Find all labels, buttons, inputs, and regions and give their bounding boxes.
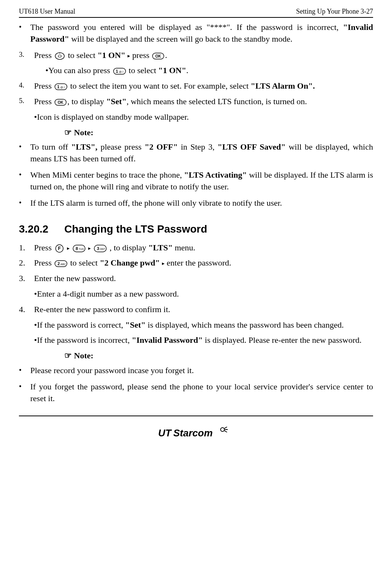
bullet-icon: • [34, 288, 37, 300]
list-item: 3. Enter the new password. [19, 273, 373, 284]
list-item: 1. Press F ▸ 8TUV ▸ 3DEF , to display "L… [19, 242, 373, 254]
text: If the LTS alarm is turned off, the phon… [30, 197, 373, 209]
key-8-icon: 8TUV [73, 245, 86, 252]
text: , to display [109, 243, 148, 252]
bullet-icon: • [34, 319, 37, 331]
list-item: 4. Press 1@.!: to select the item you wa… [19, 80, 373, 92]
step-number: 5. [19, 96, 34, 106]
text: to select [68, 50, 97, 60]
key-3-icon: 3DEF [94, 245, 107, 252]
bullet-icon: • [19, 381, 30, 392]
text: in Step 3, [178, 142, 218, 152]
svg-text:1: 1 [116, 69, 118, 73]
text: enter the password. [167, 258, 231, 267]
text: press [132, 50, 152, 60]
text-bold: "Invalid Password" [132, 335, 203, 345]
text: is displayed. Please re-enter the new pa… [203, 335, 362, 345]
text: Enter the new password. [34, 273, 373, 284]
text: Press [34, 50, 54, 60]
text: is displayed, which means the password h… [146, 320, 344, 330]
bullet-icon: • [19, 169, 30, 180]
text: Press [34, 258, 54, 267]
sub-bullet: • Icon is displayed on standby mode wall… [34, 111, 373, 123]
text: , which means the selected LTS function,… [126, 97, 307, 106]
note-bullets-1: • To turn off "LTS", please press "2 OFF… [19, 141, 373, 209]
triangle-icon: ▸ [88, 245, 91, 251]
svg-line-29 [224, 431, 227, 432]
step-number: 3. [19, 273, 34, 284]
text-bold: "LTS Alarm On". [251, 81, 315, 91]
svg-text:OK: OK [156, 54, 162, 58]
list-item: • The password you entered will be displ… [19, 22, 373, 45]
svg-text:8: 8 [76, 246, 78, 251]
ok-button-icon: OK [152, 53, 164, 59]
triangle-icon: ▸ [67, 245, 70, 251]
ok-button-icon: OK [54, 99, 67, 106]
header-left: UT618 User Manual [19, 8, 75, 16]
text-bold: "2 Change pwd" [100, 258, 160, 267]
svg-text:F: F [58, 246, 61, 251]
text-bold: "1 ON" [158, 66, 186, 75]
section-number: 3.20.2 [19, 222, 64, 236]
key-1-icon: 1@.!: [54, 83, 67, 90]
text: Please record your password incase you f… [30, 365, 373, 377]
svg-text:3: 3 [97, 246, 99, 251]
header-right: Setting Up Your Phone 3-27 [296, 8, 373, 16]
step-number: 4. [19, 80, 34, 91]
footer-rule [19, 416, 373, 416]
text: to select the item you want to set. For … [70, 81, 250, 91]
text-bold: "Set" [106, 97, 127, 106]
list-item: • When MiMi center begins to trace the p… [19, 169, 373, 193]
svg-text:2: 2 [58, 261, 60, 266]
note-label: ☞ Note: [64, 350, 373, 362]
svg-text:UT: UT [158, 427, 172, 439]
header-rule [19, 17, 373, 18]
text-bold: "LTS", [71, 142, 98, 152]
text: Icon is displayed on standby mode wallpa… [37, 111, 373, 123]
svg-text:Starcom: Starcom [173, 427, 213, 439]
text: Press [34, 81, 54, 91]
bullet-icon: • [19, 22, 30, 32]
bullet-icon: • [19, 365, 30, 375]
text-bold: "2 OFF" [145, 142, 178, 152]
section-title: Changing the LTS Password [64, 222, 207, 236]
list-item: 4. Re-enter the new password to confirm … [19, 304, 373, 316]
text: If the password is incorrect, [37, 335, 132, 345]
step-number: 4. [19, 304, 34, 316]
text: to select [70, 258, 100, 267]
note-label: ☞ Note: [64, 127, 373, 139]
svg-text:DEF: DEF [100, 248, 105, 250]
sub-bullet: • If the password is incorrect, "Invalid… [34, 334, 373, 346]
svg-text:@.!:: @.!: [60, 86, 65, 89]
triangle-icon: ▸ [128, 53, 130, 59]
page-header: UT618 User Manual Setting Up Your Phone … [19, 8, 373, 17]
bullet-icon: • [19, 197, 30, 208]
list-item: • To turn off "LTS", please press "2 OFF… [19, 141, 373, 165]
text: You can also press [48, 66, 112, 75]
section-heading: 3.20.2 Changing the LTS Password [19, 222, 373, 236]
text: please press [98, 142, 145, 152]
list-item: • If you forget the password, please sen… [19, 381, 373, 405]
triangle-icon: ▸ [162, 261, 165, 267]
sub-bullet: • If the password is correct, "Set" is d… [34, 319, 373, 331]
svg-text:TUV: TUV [79, 248, 84, 250]
text: The password you entered will be display… [30, 22, 343, 32]
bullet-icon: • [34, 111, 37, 123]
dpad-icon [54, 52, 65, 60]
svg-text:ABC: ABC [61, 263, 66, 266]
step-list-2: 1. Press F ▸ 8TUV ▸ 3DEF , to display "L… [19, 242, 373, 347]
svg-text:1: 1 [57, 84, 59, 89]
text-bold: "LTS Activating" [184, 170, 247, 180]
text: menu. [173, 243, 195, 252]
text: If you forget the password, please send … [30, 381, 373, 405]
text: . [186, 66, 188, 75]
sub-bullet: • Enter a 4-digit number as a new passwo… [34, 288, 373, 300]
key-1-icon: 1@.!: [113, 68, 126, 75]
list-item: 2. Press 2ABC to select "2 Change pwd" ▸… [19, 257, 373, 269]
text-bold: "LTS" [148, 243, 173, 252]
top-bullet-list: • The password you entered will be displ… [19, 22, 373, 45]
text: Press [34, 97, 54, 106]
list-item: • Please record your password incase you… [19, 365, 373, 377]
bullet-icon: • [45, 65, 48, 77]
text: , to display [67, 97, 106, 106]
